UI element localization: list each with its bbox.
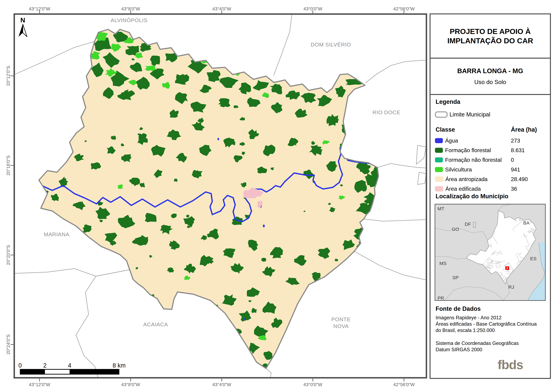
data-source-heading: Fonte de Dados [436, 306, 481, 312]
legend-class-swatch [435, 167, 443, 172]
state-label-ba: BA [523, 220, 530, 226]
left-coord-label: 20°16'0"S [6, 155, 11, 175]
legend-class-area: 36 [511, 186, 517, 192]
scale-label: 8 km [113, 362, 126, 369]
legend-class-label: Área edificada [445, 186, 481, 192]
municipal-limit-swatch [435, 111, 448, 118]
map-layout-page: N PROJETO DE APOIO À IMPLANTAÇÃO DO CAR … [0, 0, 555, 392]
top-coord-label: 42°56'0"W [393, 6, 415, 12]
neighbor-label: ALVINÓPOLIS [110, 17, 147, 23]
ocean [528, 242, 545, 300]
legend-row: Formação florestal8.631 [435, 146, 546, 154]
bottom-coord-label: 43°0'0"W [303, 382, 322, 387]
source-line: Datum SIRGAS 2000 [436, 347, 519, 353]
source-line: Imagens Rapideye - Ano 2012 [436, 314, 537, 321]
fbds-logo-text: fbds [497, 357, 523, 372]
legend-row: Área edificada36 [435, 185, 546, 193]
top-coord-label: 43°0'0"W [303, 6, 322, 12]
legend-row: Água273 [435, 137, 546, 145]
legend-class-swatch [435, 177, 443, 182]
map-theme: Uso do Solo [474, 79, 506, 86]
legend-row: Silvicultura941 [435, 166, 546, 173]
neighbor-label: RIO DOCE [372, 109, 400, 115]
bottom-coord-label: 43°8'0"W [121, 382, 140, 387]
inset-map-svg [435, 204, 545, 300]
municipality-marker [505, 266, 509, 270]
source-line: Áreas edificadas - Base Cartográfica Con… [436, 321, 537, 327]
neighbor-label: ACAIACA [143, 321, 168, 328]
legend-class-swatch [435, 157, 443, 162]
df-outline [473, 222, 476, 228]
project-title-line2: IMPLANTAÇÃO DO CAR [447, 36, 533, 45]
legend-class-swatch [435, 138, 443, 143]
legend-limite-row: Limite Municipal [435, 111, 490, 118]
left-coord-label: 20°12'0"S [6, 66, 11, 86]
legend-class-swatch [435, 186, 443, 192]
class-column-header: Classe [436, 126, 455, 133]
project-title-box: PROJETO DE APOIO À IMPLANTAÇÃO DO CAR [430, 14, 551, 59]
top-coord-label: 43°4'0"W [212, 6, 231, 12]
left-coord-label: 20°24'0"S [6, 334, 11, 354]
source-line: do Brasil, escala 1:250.000 [436, 327, 537, 334]
municipality-name: BARRA LONGA - MG [457, 67, 523, 75]
location-inset-map: MTBAGODFMSESSPRJPR [435, 204, 546, 301]
legend-class-area: 0 [511, 157, 514, 163]
legend-row: Área antropizada28.490 [435, 175, 546, 183]
neighbor-label: MARIANA [44, 231, 69, 237]
legend-class-label: Água [445, 137, 458, 144]
scale-label: 0 [18, 362, 22, 369]
legend-class-area: 8.631 [511, 147, 525, 153]
municipality-title-box: BARRA LONGA - MG Uso do Solo [430, 58, 551, 95]
legend-row: Formação não florestal0 [435, 156, 546, 164]
bottom-coord-label: 43°12'0"W [29, 382, 50, 387]
north-arrow-icon [19, 24, 27, 37]
legend-class-label: Silvicultura [445, 166, 472, 173]
state-label-mt: MT [438, 206, 444, 211]
area-column-header: Área (ha) [511, 126, 537, 133]
state-label-sp: SP [452, 275, 459, 280]
project-title-line1: PROJETO DE APOIO À [450, 27, 531, 36]
legend-class-area: 28.490 [511, 176, 528, 182]
scale-label: 4 [68, 362, 71, 369]
bottom-coord-label: 42°56'0"W [393, 382, 415, 387]
data-source-text: Imagens Rapideye - Ano 2012Áreas edifica… [436, 314, 537, 334]
state-label-df: DF [465, 221, 471, 227]
state-label-es: ES [530, 256, 536, 261]
legend-class-area: 941 [511, 166, 520, 173]
left-coord-label: 20°20'0"S [6, 245, 11, 265]
state-label-rj: RJ [508, 285, 514, 290]
scale-label: 2 [43, 362, 46, 369]
state-label-pr: PR [438, 295, 444, 301]
top-coord-label: 43°8'0"W [121, 6, 140, 12]
north-label: N [20, 16, 25, 24]
state-label-go: GO [452, 227, 459, 232]
source-line: Sistema de Coordenadas Geográficas [436, 340, 519, 347]
bottom-coord-label: 43°4'0"W [212, 382, 231, 387]
coordinate-system-text: Sistema de Coordenadas GeográficasDatum … [436, 340, 519, 353]
municipal-limit-label: Limite Municipal [450, 111, 490, 118]
legend-panel: Legenda Limite Municipal Classe Área (ha… [430, 94, 551, 379]
legend-class-area: 273 [511, 137, 520, 144]
scale-bar [20, 369, 119, 374]
neighbor-label: DOM SILVÉRIO [311, 42, 351, 48]
legend-class-label: Formação não florestal [445, 157, 502, 163]
state-label-ms: MS [439, 261, 446, 266]
legend-heading: Legenda [436, 99, 460, 105]
location-heading: Localização do Município [436, 193, 508, 200]
map-content [15, 14, 426, 378]
neighbor-label: PONTE NOVA [324, 316, 358, 329]
top-coord-label: 43°12'0"W [29, 6, 50, 12]
legend-class-label: Área antropizada [445, 176, 488, 182]
legend-class-swatch [435, 148, 443, 153]
legend-class-label: Formação florestal [445, 147, 491, 153]
